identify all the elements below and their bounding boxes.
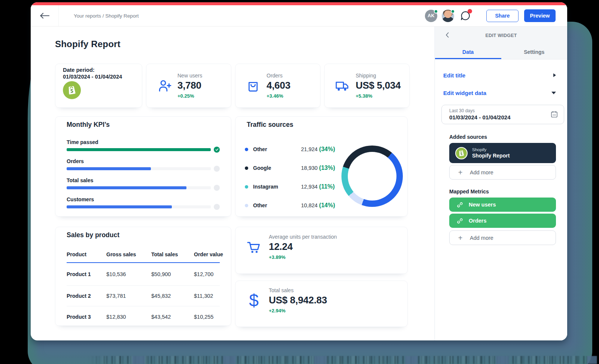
stat-card-new-users: New users 3,780 +0.25% bbox=[146, 64, 231, 108]
kpi-card-title: Monthly KPI’s bbox=[67, 121, 220, 129]
donut-chart bbox=[341, 146, 403, 207]
link-icon bbox=[457, 218, 463, 224]
added-sources-label: Added sources bbox=[449, 134, 556, 140]
col-total-sales: Total sales bbox=[151, 251, 194, 257]
stat-delta: +2.94% bbox=[269, 308, 327, 313]
metric-new-users[interactable]: New users bbox=[449, 198, 556, 212]
legend-value: 12,934 bbox=[301, 184, 317, 190]
chevron-left-icon bbox=[446, 32, 449, 38]
metric-orders[interactable]: Orders bbox=[449, 214, 556, 228]
backdrop-blurred-text bbox=[88, 356, 597, 364]
progress-fill bbox=[67, 205, 172, 208]
sales-by-product-card: Sales by product Product Gross sales Tot… bbox=[55, 227, 231, 326]
share-button[interactable]: Share bbox=[486, 10, 519, 22]
shopping-bag-icon bbox=[246, 79, 261, 93]
online-dot bbox=[434, 9, 438, 13]
back-arrow-icon bbox=[39, 13, 50, 19]
add-more-label: Add more bbox=[470, 169, 493, 175]
tab-data[interactable]: Data bbox=[435, 45, 501, 59]
page-title: Shopify Report bbox=[55, 39, 434, 49]
table-row: Product 1 $10,536 $50,900 $12,700 bbox=[67, 263, 220, 286]
chevron-right-icon bbox=[553, 73, 556, 77]
add-more-label: Add more bbox=[470, 235, 493, 241]
stat-card-orders: Orders 4,603 +3.46% bbox=[235, 64, 320, 108]
edit-widget-data-link[interactable]: Edit widget data bbox=[443, 90, 486, 96]
traffic-sources-card: Traffic sources Other 21,924 (34%) Googl… bbox=[235, 116, 408, 217]
edit-title-link[interactable]: Edit title bbox=[443, 72, 465, 79]
top-bar: Your reports / Shopify Report AK Share P… bbox=[31, 5, 567, 27]
edit-widget-panel: EDIT WIDGET Data Settings Edit title Edi… bbox=[434, 27, 567, 340]
progress-fill bbox=[67, 148, 211, 151]
legend-percent: (13%) bbox=[319, 165, 335, 171]
stat-label: Average units per transaction bbox=[269, 234, 337, 240]
chat-button[interactable] bbox=[459, 9, 471, 22]
pending-circle-icon bbox=[214, 204, 220, 210]
preview-button[interactable]: Preview bbox=[524, 9, 556, 22]
pending-circle-icon bbox=[214, 166, 220, 172]
metric-label: New users bbox=[469, 202, 496, 208]
stat-delta: +5.38% bbox=[356, 93, 401, 99]
back-button[interactable] bbox=[31, 5, 59, 26]
col-product: Product bbox=[67, 251, 106, 257]
breadcrumb[interactable]: Your reports / Shopify Report bbox=[74, 13, 139, 19]
stat-value: US$ 5,034 bbox=[356, 80, 401, 91]
mapped-metrics-label: Mapped Metrics bbox=[449, 189, 556, 195]
edit-title-row[interactable]: Edit title bbox=[443, 72, 556, 78]
progress-track bbox=[67, 205, 211, 208]
add-metric-button[interactable]: + Add more bbox=[449, 230, 556, 245]
pending-circle-icon bbox=[214, 185, 220, 191]
calendar-icon bbox=[551, 111, 558, 119]
table-row: Product 2 $73,781 $45,832 $11,302 bbox=[67, 286, 220, 306]
date-range-value: 01/03/2024 - 01/04/2024 bbox=[449, 114, 559, 120]
avg-units-card: Average units per transaction 12.24 +3.8… bbox=[235, 227, 408, 274]
truck-icon bbox=[335, 78, 350, 94]
source-card-shopify[interactable]: Shopify Shopify Report bbox=[449, 143, 556, 163]
cart-icon bbox=[246, 239, 262, 255]
table-row: Product 3 $12,830 $43,542 $10,255 bbox=[67, 306, 220, 327]
date-range-picker[interactable]: Last 30 days 01/03/2024 - 01/04/2024 bbox=[441, 105, 564, 124]
date-period-label: Date period: bbox=[63, 67, 142, 74]
link-icon bbox=[457, 202, 463, 208]
progress-track bbox=[67, 186, 211, 189]
legend-label: Other bbox=[253, 146, 301, 152]
col-gross-sales: Gross sales bbox=[106, 251, 151, 257]
stat-delta: +0.25% bbox=[177, 93, 202, 99]
stat-label: Shipping bbox=[356, 73, 401, 79]
total-sales-card: $ Total sales US$ 8,942.83 +2.94% bbox=[235, 281, 408, 327]
stat-value: 4,603 bbox=[267, 80, 291, 91]
legend-dot bbox=[245, 185, 248, 189]
shopify-logo-icon bbox=[63, 81, 142, 101]
legend-percent: (34%) bbox=[319, 146, 335, 153]
legend-percent: (14%) bbox=[319, 202, 335, 209]
table-header: Product Gross sales Total sales Order va… bbox=[67, 251, 220, 263]
stat-value: 12.24 bbox=[269, 241, 337, 253]
add-source-button[interactable]: + Add more bbox=[449, 165, 556, 180]
stat-card-shipping: Shipping US$ 5,034 +5.38% bbox=[324, 64, 410, 108]
tab-settings[interactable]: Settings bbox=[501, 45, 568, 59]
metric-label: Orders bbox=[469, 218, 487, 224]
source-name: Shopify Report bbox=[472, 153, 510, 159]
progress-track bbox=[67, 167, 211, 170]
stat-value: US$ 8,942.83 bbox=[269, 294, 327, 306]
avatar-ak[interactable]: AK bbox=[425, 10, 437, 22]
avatar-photo[interactable] bbox=[442, 10, 454, 22]
legend-value: 21,924 bbox=[301, 146, 317, 152]
kpi-label: Orders bbox=[67, 159, 220, 164]
legend-label: Google bbox=[253, 165, 301, 171]
panel-collapse-button[interactable] bbox=[446, 32, 449, 39]
edit-widget-data-row[interactable]: Edit widget data bbox=[443, 90, 556, 96]
progress-fill bbox=[67, 186, 186, 189]
monthly-kpi-card: Monthly KPI’s Time passed Orders bbox=[55, 116, 231, 217]
avatar-initials: AK bbox=[428, 13, 435, 18]
user-plus-icon bbox=[156, 79, 171, 93]
notification-dot bbox=[468, 9, 472, 13]
progress-track bbox=[67, 148, 211, 151]
stat-label: New users bbox=[177, 73, 202, 79]
online-dot bbox=[451, 9, 455, 13]
legend-dot bbox=[245, 204, 248, 207]
legend-dot bbox=[245, 148, 248, 151]
date-range-label: Last 30 days bbox=[449, 108, 559, 113]
report-canvas: Shopify Report Date period: 01/03/2024 -… bbox=[31, 27, 434, 340]
dollar-icon: $ bbox=[246, 293, 262, 308]
panel-title: EDIT WIDGET bbox=[485, 33, 517, 38]
